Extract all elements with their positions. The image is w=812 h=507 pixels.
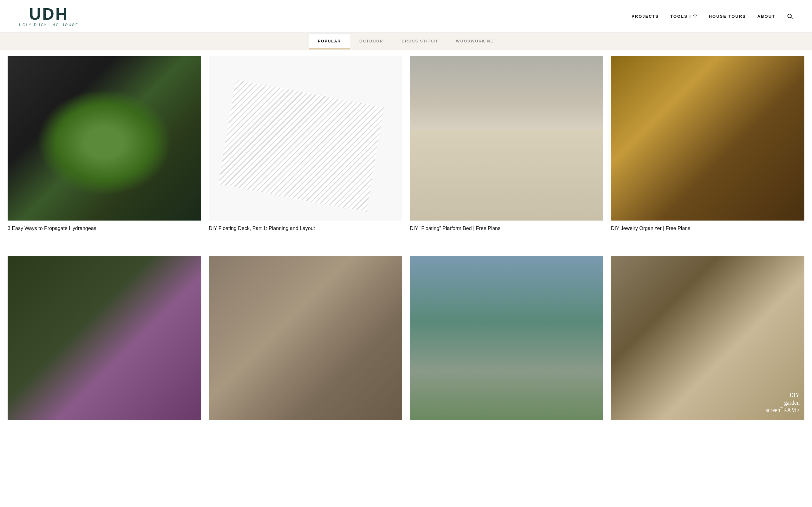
card-image-box bbox=[410, 56, 603, 221]
card-title-bed: DIY “Floating” Platform Bed | Free Plans bbox=[410, 225, 603, 232]
card-bed[interactable]: DIY “Floating” Platform Bed | Free Plans bbox=[410, 56, 603, 232]
card-image-jewelry bbox=[611, 56, 804, 221]
tab-woodworking[interactable]: WOODWORKING bbox=[447, 34, 503, 49]
nav-tools[interactable]: TOOLS I ♡ bbox=[670, 14, 697, 19]
tabs-container: POPULAR OUTDOOR CROSS STITCH WOODWORKING bbox=[309, 34, 503, 49]
card-jewelry[interactable]: DIY Jewelry Organizer | Free Plans bbox=[611, 56, 804, 232]
tab-popular[interactable]: POPULAR bbox=[309, 34, 350, 49]
article-grid-row2 bbox=[8, 250, 804, 443]
card-image-box bbox=[209, 256, 402, 420]
card-image-box bbox=[611, 256, 804, 420]
card-title-jewelry: DIY Jewelry Organizer | Free Plans bbox=[611, 225, 804, 232]
card-image-deck bbox=[209, 56, 402, 221]
card-image-bed bbox=[410, 56, 603, 221]
nav-projects[interactable]: PROJECTS bbox=[631, 14, 659, 19]
logo-subtitle: UGLY DUCKLING HOUSE bbox=[19, 23, 79, 26]
card-image-flower bbox=[8, 256, 201, 420]
nav-house-tours[interactable]: HOUSE TOURS bbox=[709, 14, 746, 19]
card-image-shed bbox=[410, 256, 603, 420]
card-flower[interactable] bbox=[8, 256, 201, 425]
search-icon bbox=[786, 13, 793, 19]
logo-main: UDH bbox=[29, 6, 69, 22]
card-image-stone bbox=[209, 256, 402, 420]
card-shed[interactable] bbox=[410, 256, 603, 425]
card-stone[interactable] bbox=[209, 256, 402, 425]
svg-point-0 bbox=[788, 14, 792, 18]
card-image-box bbox=[611, 56, 804, 221]
card-image-box bbox=[410, 256, 603, 420]
site-header: UDH UGLY DUCKLING HOUSE PROJECTS TOOLS I… bbox=[0, 0, 812, 33]
card-garden-screen[interactable] bbox=[611, 256, 804, 425]
card-image-hydrangea bbox=[8, 56, 201, 221]
article-grid-row1: 3 Easy Ways to Propagate Hydrangeas DIY … bbox=[8, 50, 804, 250]
svg-line-1 bbox=[791, 17, 793, 19]
logo[interactable]: UDH UGLY DUCKLING HOUSE bbox=[19, 6, 79, 26]
search-button[interactable] bbox=[786, 13, 793, 19]
card-image-garden-screen bbox=[611, 256, 804, 420]
card-hydrangeas[interactable]: 3 Easy Ways to Propagate Hydrangeas bbox=[8, 56, 201, 232]
main-content: 3 Easy Ways to Propagate Hydrangeas DIY … bbox=[0, 50, 812, 443]
card-title-hydrangeas: 3 Easy Ways to Propagate Hydrangeas bbox=[8, 225, 201, 232]
tab-cross-stitch[interactable]: CROSS STITCH bbox=[392, 34, 447, 49]
nav-about[interactable]: ABOUT bbox=[757, 14, 775, 19]
card-image-box bbox=[209, 56, 402, 221]
card-deck[interactable]: DIY Floating Deck, Part 1: Planning and … bbox=[209, 56, 402, 232]
card-image-box bbox=[8, 256, 201, 420]
tab-outdoor[interactable]: OUTDOOR bbox=[350, 34, 392, 49]
card-image-box bbox=[8, 56, 201, 221]
main-nav: PROJECTS TOOLS I ♡ HOUSE TOURS ABOUT bbox=[631, 13, 793, 19]
card-title-deck: DIY Floating Deck, Part 1: Planning and … bbox=[209, 225, 402, 232]
category-tabs-bar: POPULAR OUTDOOR CROSS STITCH WOODWORKING bbox=[0, 33, 812, 50]
